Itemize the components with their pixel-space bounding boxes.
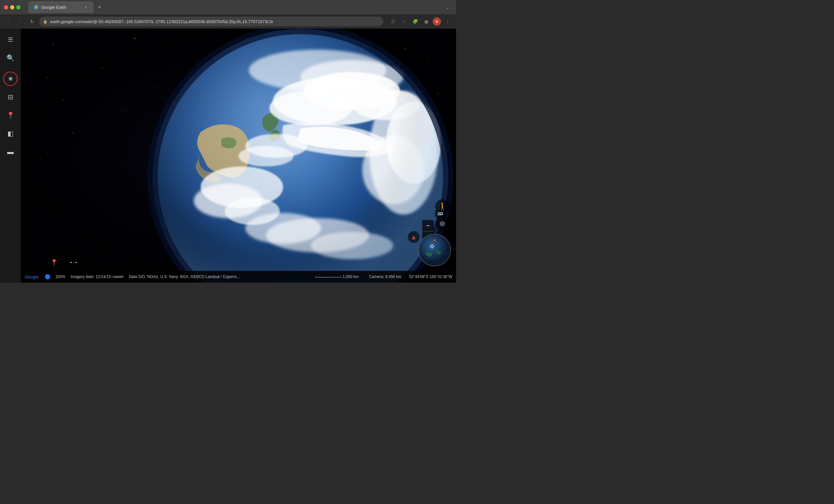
zoom-percent: 100%	[56, 274, 65, 279]
projects-icon: ⊟	[8, 93, 13, 101]
svg-point-27	[40, 159, 41, 159]
ruler-icon: ▬	[7, 148, 14, 156]
mini-globe[interactable]: ▲	[418, 234, 451, 266]
imagery-date: Imagery date: 12/14/15–newer	[71, 274, 124, 279]
2d-view-label[interactable]: 2D	[435, 210, 446, 217]
close-button[interactable]	[4, 5, 8, 9]
menu-icon: ☰	[8, 36, 13, 43]
search-icon: 🔍	[6, 54, 15, 62]
address-bar[interactable]: 🔒 earth.google.com/web/@-50.49269287,-16…	[39, 17, 383, 26]
mini-compass-indicator: ▲	[432, 237, 437, 242]
zoom-minus-button[interactable]: −	[422, 220, 434, 232]
main-content: ☰ 🔍 ✳ ⊟ 📍 ◧ ▬	[0, 29, 456, 282]
coordinates: 52°44'08"S 165°31'36"W	[409, 274, 452, 279]
split-view-button[interactable]: ▣	[421, 17, 431, 26]
layers-icon: ◧	[7, 130, 14, 137]
reload-button[interactable]: ↻	[27, 17, 37, 26]
tab-list-button[interactable]: ⌄	[443, 3, 452, 11]
earth-globe[interactable]	[146, 29, 455, 282]
projects-button[interactable]: ⊟	[3, 90, 18, 104]
forward-button[interactable]: ›	[16, 17, 25, 26]
nav-bar: ‹ › ↻ 🔒 earth.google.com/web/@-50.492692…	[0, 14, 456, 29]
tour-button[interactable]: ✳	[3, 72, 18, 86]
lock-icon: 🔒	[43, 20, 48, 24]
measure-tool-button[interactable]: • · •	[64, 255, 83, 270]
compass-icon: ▲	[411, 234, 417, 240]
measure-button[interactable]: ▬	[3, 144, 18, 159]
svg-point-7	[135, 38, 135, 39]
nav-right-icons: ⎙ ☆ 🧩 ▣ G ⋮	[388, 17, 452, 26]
scale-bar: 1,000 km	[315, 274, 359, 279]
scale-label: 1,000 km	[343, 274, 359, 279]
svg-point-21	[122, 110, 122, 110]
pegman-icon: 🚶	[438, 202, 447, 211]
bookmark-button[interactable]: ☆	[399, 17, 409, 26]
tab-favicon	[34, 4, 39, 10]
svg-point-14	[102, 67, 103, 68]
compass-control[interactable]: ▲	[408, 231, 420, 243]
tab-right-controls: ⌄	[443, 3, 452, 11]
pin-icon: 📍	[50, 259, 58, 266]
address-text: earth.google.com/web/@-50.49269287,-165.…	[50, 19, 379, 24]
map-area[interactable]: 📍 • · • 🚶 ◎ 2D −	[21, 29, 456, 282]
profile-avatar[interactable]: G	[433, 17, 441, 26]
bottom-toolbar: 📍 • · •	[47, 255, 83, 270]
locate-button[interactable]: ◎	[435, 216, 449, 230]
traffic-lights	[4, 5, 21, 9]
title-bar: Google Earth × + ⌄	[0, 0, 456, 14]
back-button[interactable]: ‹	[4, 17, 13, 26]
google-logo: Google	[25, 274, 39, 279]
search-button[interactable]: 🔍	[3, 51, 18, 65]
minimize-button[interactable]	[10, 5, 14, 9]
camera-distance: Camera: 8,456 km	[369, 274, 401, 279]
scale-line	[315, 276, 342, 277]
more-button[interactable]: ⋮	[443, 17, 452, 26]
tab-close-button[interactable]: ×	[83, 4, 88, 10]
tab-title: Google Earth	[41, 5, 81, 10]
svg-point-23	[73, 133, 73, 133]
extension-puzzle-button[interactable]: 🧩	[411, 17, 420, 26]
measure-icon: • · •	[70, 260, 77, 265]
voyager-button[interactable]: 📍	[3, 108, 18, 122]
new-tab-button[interactable]: +	[95, 3, 104, 12]
svg-point-13	[47, 77, 47, 78]
active-tab[interactable]: Google Earth ×	[28, 1, 93, 13]
layers-button[interactable]: ◧	[3, 126, 18, 141]
add-pin-button[interactable]: 📍	[47, 255, 61, 270]
share-button[interactable]: ⎙	[388, 17, 397, 26]
sidebar-menu-button[interactable]: ☰	[3, 32, 18, 47]
sidebar: ☰ 🔍 ✳ ⊟ 📍 ◧ ▬	[0, 29, 21, 282]
tab-bar: Google Earth × + ⌄	[28, 1, 452, 13]
loading-indicator	[45, 274, 50, 279]
svg-point-20	[63, 100, 64, 100]
voyager-icon: 📍	[6, 111, 15, 119]
tour-icon: ✳	[8, 75, 13, 83]
svg-point-3	[36, 7, 37, 8]
svg-point-5	[53, 45, 54, 45]
status-bar: Google 100% Imagery date: 12/14/15–newer…	[21, 271, 456, 282]
view-mode-toggle[interactable]: 2D	[435, 210, 446, 217]
browser-frame: Google Earth × + ⌄ ‹ › ↻ 🔒 earth.google.…	[0, 0, 456, 282]
mini-globe-inner: ▲	[419, 234, 450, 266]
locate-icon: ◎	[440, 220, 445, 227]
maximize-button[interactable]	[16, 5, 21, 9]
svg-point-6	[86, 54, 86, 55]
data-source: Data SIO, NOAA, U.S. Navy, NGA, GEBCO La…	[129, 274, 240, 279]
